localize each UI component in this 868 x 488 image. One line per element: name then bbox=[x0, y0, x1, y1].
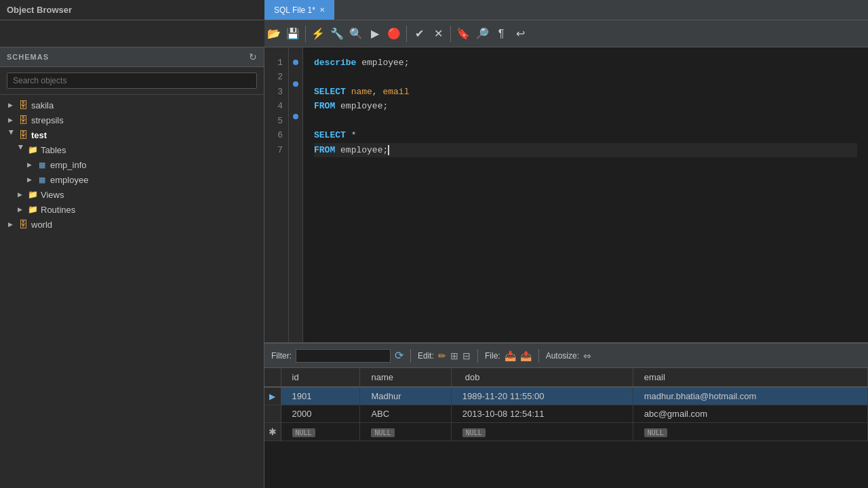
code-line-5 bbox=[314, 114, 857, 128]
search-zoom-button[interactable]: 🔎 bbox=[473, 24, 492, 43]
open-file-button[interactable]: 📂 bbox=[264, 24, 283, 43]
code-line-4: FROM employee; bbox=[314, 99, 857, 113]
sql-file-tab[interactable]: SQL File 1* ✕ bbox=[264, 0, 334, 20]
refresh-icon[interactable]: ↻ bbox=[249, 52, 257, 62]
file-import-button[interactable]: 📥 bbox=[505, 350, 516, 361]
find-button[interactable]: 🔍 bbox=[347, 24, 366, 43]
code-line-6: SELECT * bbox=[314, 128, 857, 142]
code-line-1: describe employee; bbox=[314, 56, 857, 70]
cell-email-1[interactable]: madhur.bhatia@hotmail.com bbox=[633, 387, 867, 405]
chevron-down-icon: ▶ bbox=[15, 145, 24, 155]
tree-area: ▶ 🗄 sakila ▶ 🗄 strepsils ▶ 🗄 test bbox=[0, 95, 264, 488]
stop-button[interactable]: 🔴 bbox=[384, 24, 403, 43]
code-line-3: SELECT name, email bbox=[314, 85, 857, 99]
table-label: employee bbox=[50, 175, 88, 185]
chevron-right-icon: ▶ bbox=[24, 160, 34, 169]
bullet-empty-2 bbox=[293, 70, 298, 76]
sidebar-item-tables[interactable]: ▶ 📁 Tables bbox=[0, 142, 264, 157]
sidebar-title: Object Browser bbox=[7, 5, 72, 15]
data-table-wrap[interactable]: id name dob email ▶ 1901 Madhur bbox=[264, 368, 868, 488]
commit-button[interactable]: ✔ bbox=[410, 24, 429, 43]
chevron-right-icon: ▶ bbox=[5, 115, 15, 125]
tab-close-icon[interactable]: ✕ bbox=[319, 6, 325, 14]
table-row[interactable]: 2000 ABC 2013-10-08 12:54:11 abc@gmail.c… bbox=[264, 405, 868, 423]
col-email-header[interactable]: email bbox=[633, 368, 867, 387]
cell-email-null[interactable]: NULL bbox=[633, 423, 867, 441]
bullet-1 bbox=[293, 60, 298, 65]
sidebar-item-sakila[interactable]: ▶ 🗄 sakila bbox=[0, 98, 264, 113]
tab-label: SQL File 1* bbox=[274, 5, 315, 15]
row-indicator-new: ✱ bbox=[264, 423, 281, 441]
sidebar-item-world[interactable]: ▶ 🗄 world bbox=[0, 217, 264, 232]
autosize-button[interactable]: ⇔ bbox=[583, 350, 591, 361]
sidebar-item-strepsils[interactable]: ▶ 🗄 strepsils bbox=[0, 113, 264, 127]
table-row[interactable]: ▶ 1901 Madhur 1989-11-20 11:55:00 madhur… bbox=[264, 387, 868, 405]
col-name-header[interactable]: name bbox=[360, 368, 451, 387]
cell-dob-null[interactable]: NULL bbox=[451, 423, 633, 441]
folder-icon: 📁 bbox=[27, 144, 38, 155]
chevron-right-icon: ▶ bbox=[5, 220, 15, 229]
db-icon: 🗄 bbox=[18, 100, 28, 110]
sidebar-item-employee[interactable]: ▶ ▦ employee bbox=[0, 172, 264, 187]
file-export-button[interactable]: 📤 bbox=[520, 350, 532, 361]
filter-input[interactable] bbox=[296, 349, 391, 363]
code-line-2 bbox=[314, 70, 857, 84]
table-icon: ▦ bbox=[37, 174, 47, 185]
bookmark-button[interactable]: 🔖 bbox=[454, 24, 473, 43]
chevron-right-icon: ▶ bbox=[24, 175, 34, 184]
edit-add-button[interactable]: ⊞ bbox=[450, 350, 458, 361]
cell-id-null[interactable]: NULL bbox=[281, 423, 360, 441]
autosize-label: Autosize: bbox=[546, 351, 579, 361]
search-area bbox=[0, 67, 264, 95]
format-button[interactable]: ¶ bbox=[492, 24, 511, 43]
chevron-down-icon: ▶ bbox=[5, 130, 15, 140]
table-row-new[interactable]: ✱ NULL NULL NULL NULL bbox=[264, 423, 868, 441]
code-content[interactable]: describe employee; SELECT name, email FR… bbox=[303, 47, 868, 342]
sidebar-item-routines[interactable]: ▶ 📁 Routines bbox=[0, 202, 264, 217]
toolbar-sep-2 bbox=[406, 26, 407, 42]
cell-id-1[interactable]: 1901 bbox=[281, 387, 360, 405]
save-button[interactable]: 💾 bbox=[283, 24, 302, 43]
bullet-6 bbox=[293, 114, 298, 119]
results-sep-3 bbox=[538, 349, 539, 363]
filter-refresh-button[interactable]: ⟳ bbox=[395, 349, 403, 362]
cell-name-1[interactable]: Madhur bbox=[360, 387, 451, 405]
execute-button[interactable]: ⚡ bbox=[309, 24, 328, 43]
null-badge: NULL bbox=[462, 428, 486, 437]
bullet-empty-4 bbox=[293, 92, 298, 98]
cell-dob-2[interactable]: 2013-10-08 12:54:11 bbox=[451, 405, 633, 423]
col-dob-header[interactable]: dob bbox=[451, 368, 633, 387]
sidebar-item-test[interactable]: ▶ 🗄 test bbox=[0, 127, 264, 142]
cell-email-2[interactable]: abc@gmail.com bbox=[633, 405, 867, 423]
cell-dob-1[interactable]: 1989-11-20 11:55:00 bbox=[451, 387, 633, 405]
folder-label: Views bbox=[41, 190, 64, 200]
edit-pencil-button[interactable]: ✏ bbox=[438, 350, 446, 361]
code-line-7: FROM employee; bbox=[314, 143, 857, 157]
explain-button[interactable]: 🔧 bbox=[328, 24, 347, 43]
table-label: emp_info bbox=[50, 160, 86, 170]
null-badge: NULL bbox=[371, 428, 394, 437]
code-editor[interactable]: 1234567 describe employee; SELECT name bbox=[264, 47, 868, 342]
row-indicator-header bbox=[264, 368, 281, 387]
schema-label: sakila bbox=[31, 100, 54, 110]
sidebar-item-emp-info[interactable]: ▶ ▦ emp_info bbox=[0, 157, 264, 172]
col-id-header[interactable]: id bbox=[281, 368, 360, 387]
search-input[interactable] bbox=[7, 73, 257, 89]
rollback-button[interactable]: ✕ bbox=[429, 24, 448, 43]
wrap-button[interactable]: ↩ bbox=[511, 24, 530, 43]
db-icon: 🗄 bbox=[18, 219, 28, 230]
toolbar-sep-3 bbox=[450, 26, 451, 42]
schemas-label: SCHEMAS bbox=[7, 53, 49, 61]
bullet-empty-7 bbox=[293, 125, 298, 130]
edit-delete-button[interactable]: ⊟ bbox=[462, 350, 471, 361]
bullet-empty-5 bbox=[293, 103, 298, 108]
schema-label: world bbox=[31, 220, 52, 230]
cell-name-null[interactable]: NULL bbox=[360, 423, 451, 441]
run-button[interactable]: ▶ bbox=[366, 24, 384, 43]
cell-id-2[interactable]: 2000 bbox=[281, 405, 360, 423]
sidebar-item-views[interactable]: ▶ 📁 Views bbox=[0, 187, 264, 202]
chevron-right-icon: ▶ bbox=[15, 205, 24, 214]
schemas-header: SCHEMAS ↻ bbox=[0, 47, 264, 67]
cell-name-2[interactable]: ABC bbox=[360, 405, 451, 423]
folder-icon: 📁 bbox=[27, 204, 38, 215]
